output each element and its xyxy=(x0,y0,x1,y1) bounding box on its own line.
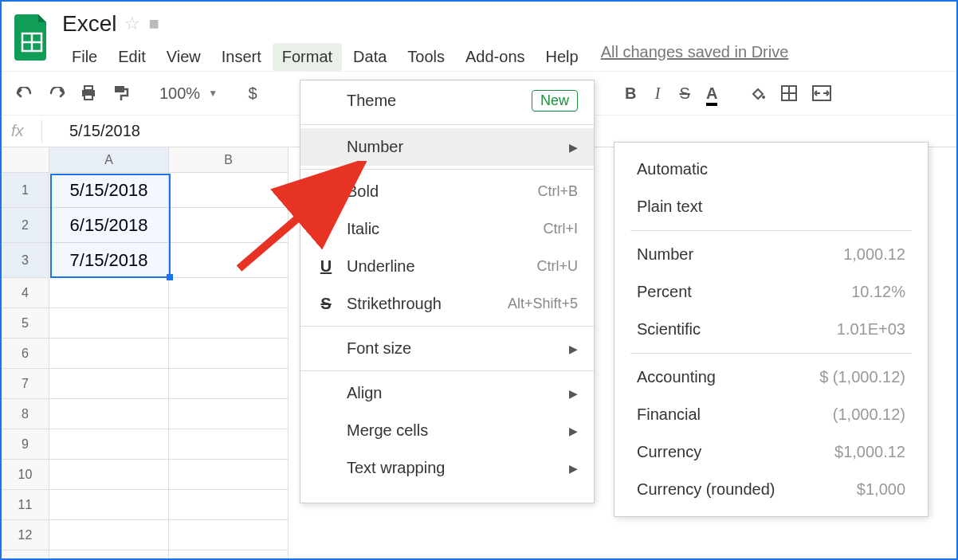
number-number[interactable]: Number 1,000.12 xyxy=(614,236,928,273)
format-strikethrough[interactable]: S Strikethrough Alt+Shift+5 xyxy=(300,285,594,323)
cell-b3[interactable] xyxy=(169,243,289,278)
format-number[interactable]: Number ▶ xyxy=(300,128,594,166)
chevron-right-icon: ▶ xyxy=(569,141,578,154)
row-header[interactable]: 6 xyxy=(2,339,49,369)
cell[interactable] xyxy=(49,308,169,339)
undo-button[interactable] xyxy=(11,84,38,103)
cell-a1[interactable]: 5/15/2018 xyxy=(49,173,169,208)
row-header[interactable]: 1 xyxy=(2,173,49,208)
col-header-b[interactable]: B xyxy=(169,147,289,173)
formula-input[interactable]: 5/15/2018 xyxy=(69,122,140,140)
number-submenu: Automatic Plain text Number 1,000.12 Per… xyxy=(614,142,929,517)
col-header-a[interactable]: A xyxy=(49,147,169,173)
format-merge[interactable]: Merge cells ▶ xyxy=(300,412,594,449)
svg-point-7 xyxy=(762,96,765,99)
cell[interactable] xyxy=(49,490,169,520)
format-theme[interactable]: Theme New xyxy=(300,80,594,121)
format-bold[interactable]: B Bold Ctrl+B xyxy=(300,173,594,210)
saved-status[interactable]: All changes saved in Drive xyxy=(601,43,789,71)
cell[interactable] xyxy=(49,278,169,308)
sheets-logo[interactable] xyxy=(11,13,53,62)
folder-icon[interactable]: ■ xyxy=(148,14,159,34)
cell[interactable] xyxy=(169,429,289,460)
paint-format-button[interactable] xyxy=(107,81,134,105)
menu-tools[interactable]: Tools xyxy=(398,43,454,71)
cell[interactable] xyxy=(169,399,289,429)
row-header[interactable]: 12 xyxy=(2,520,49,550)
svg-rect-5 xyxy=(84,95,92,100)
italic-label: Italic xyxy=(347,220,532,238)
wrap-label: Text wrapping xyxy=(347,459,558,477)
cell[interactable] xyxy=(169,278,289,308)
row-header[interactable]: 9 xyxy=(2,429,49,460)
cell[interactable] xyxy=(169,308,289,339)
row-header[interactable]: 4 xyxy=(2,278,49,308)
cell-a3[interactable]: 7/15/2018 xyxy=(49,243,169,278)
cell[interactable] xyxy=(49,520,169,550)
strike-button[interactable]: S xyxy=(673,81,696,106)
number-scientific[interactable]: Scientific 1.01E+03 xyxy=(614,311,928,348)
cell[interactable] xyxy=(49,339,169,369)
currency-format-button[interactable]: $ xyxy=(241,81,264,106)
merge-label: Merge cells xyxy=(347,421,558,440)
print-button[interactable] xyxy=(75,82,102,104)
format-align[interactable]: Align ▶ xyxy=(300,374,594,412)
menu-view[interactable]: View xyxy=(157,43,210,71)
menu-addons[interactable]: Add-ons xyxy=(456,43,535,71)
redo-button[interactable] xyxy=(43,84,70,103)
number-automatic[interactable]: Automatic xyxy=(614,151,928,188)
format-wrap[interactable]: Text wrapping ▶ xyxy=(300,449,594,487)
bold-button[interactable]: B xyxy=(619,81,642,106)
format-fontsize[interactable]: Font size ▶ xyxy=(300,330,594,367)
number-percent[interactable]: Percent 10.12% xyxy=(614,273,928,311)
row-header[interactable]: 11 xyxy=(2,490,49,520)
menu-data[interactable]: Data xyxy=(344,43,396,71)
doc-title[interactable]: Excel xyxy=(62,11,116,37)
borders-button[interactable] xyxy=(775,81,803,105)
number-plaintext[interactable]: Plain text xyxy=(614,188,928,225)
cell-a2[interactable]: 6/15/2018 xyxy=(49,208,169,243)
chevron-right-icon: ▶ xyxy=(569,387,578,400)
star-icon[interactable]: ☆ xyxy=(124,14,140,34)
cell-b1[interactable] xyxy=(169,173,289,208)
cell[interactable] xyxy=(169,490,289,520)
menu-edit[interactable]: Edit xyxy=(108,43,155,71)
shortcut: Ctrl+I xyxy=(543,221,578,237)
menu-insert[interactable]: Insert xyxy=(212,43,271,71)
row-header[interactable]: 2 xyxy=(2,208,49,243)
cell[interactable] xyxy=(169,339,289,369)
format-italic[interactable]: I Italic Ctrl+I xyxy=(300,210,594,248)
select-all-corner[interactable] xyxy=(2,147,49,173)
shortcut: Ctrl+B xyxy=(537,183,578,200)
row-header[interactable]: 10 xyxy=(2,460,49,490)
zoom-value: 100% xyxy=(159,84,200,103)
cell[interactable] xyxy=(49,550,169,560)
cell[interactable] xyxy=(49,460,169,490)
menu-format[interactable]: Format xyxy=(273,43,342,71)
cell[interactable] xyxy=(49,369,169,399)
row-header[interactable]: 7 xyxy=(2,369,49,399)
cell[interactable] xyxy=(49,399,169,429)
fill-color-button[interactable] xyxy=(744,81,771,105)
text-color-button[interactable]: A xyxy=(701,81,723,106)
row-header[interactable]: 8 xyxy=(2,399,49,429)
zoom-selector[interactable]: 100% ▼ xyxy=(153,81,224,106)
row-header[interactable]: 3 xyxy=(2,243,49,278)
row-header[interactable]: 13 xyxy=(2,550,49,560)
cell[interactable] xyxy=(49,429,169,460)
number-currency[interactable]: Currency $1,000.12 xyxy=(614,433,928,471)
row-header[interactable]: 5 xyxy=(2,308,49,339)
number-accounting[interactable]: Accounting $ (1,000.12) xyxy=(614,358,928,396)
cell[interactable] xyxy=(169,550,289,560)
format-underline[interactable]: U Underline Ctrl+U xyxy=(300,248,594,285)
number-currency-rounded[interactable]: Currency (rounded) $1,000 xyxy=(614,471,928,508)
menu-file[interactable]: File xyxy=(62,43,107,71)
number-financial[interactable]: Financial (1,000.12) xyxy=(614,396,928,433)
cell[interactable] xyxy=(169,369,289,399)
cell-b2[interactable] xyxy=(169,208,289,243)
menu-help[interactable]: Help xyxy=(536,43,588,71)
cell[interactable] xyxy=(169,460,289,490)
italic-button[interactable]: I xyxy=(646,81,669,106)
merge-button[interactable] xyxy=(807,82,836,104)
cell[interactable] xyxy=(169,520,289,550)
